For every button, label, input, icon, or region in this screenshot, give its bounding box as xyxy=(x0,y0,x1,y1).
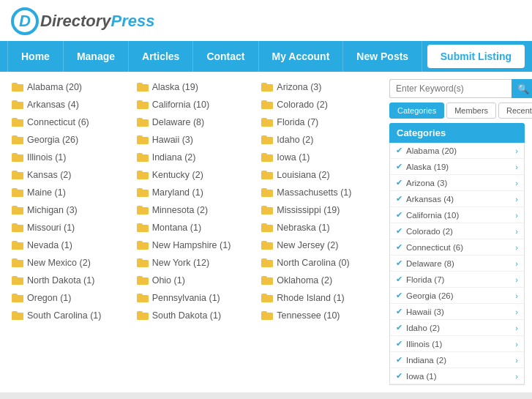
state-item[interactable]: Idaho (2) xyxy=(257,132,382,148)
state-item[interactable]: Colorado (2) xyxy=(257,97,382,113)
state-label: Missouri (1) xyxy=(27,223,75,233)
state-item[interactable]: Illinois (1) xyxy=(7,149,132,165)
state-item[interactable]: California (10) xyxy=(132,97,258,113)
arrow-icon: › xyxy=(515,227,518,236)
category-item[interactable]: ✔Idaho (2)› xyxy=(390,320,524,336)
category-item[interactable]: ✔Indiana (2)› xyxy=(390,352,524,368)
category-item[interactable]: ✔Alabama (20)› xyxy=(390,143,524,159)
sidebar: 🔍 Categories Members Recent Categories ✔… xyxy=(389,79,525,385)
category-item[interactable]: ✔California (10)› xyxy=(390,207,524,223)
state-item[interactable]: Alaska (19) xyxy=(132,79,258,95)
nav-my-account[interactable]: My Account xyxy=(259,41,344,72)
arrow-icon: › xyxy=(515,211,518,220)
state-item[interactable]: New York (12) xyxy=(132,255,258,271)
nav-manage[interactable]: Manage xyxy=(64,41,129,72)
state-item[interactable]: Connecticut (6) xyxy=(7,114,132,130)
state-item[interactable]: Georgia (26) xyxy=(7,132,132,148)
search-input[interactable] xyxy=(389,79,512,98)
folder-icon xyxy=(261,276,273,285)
state-label: Massachusetts (1) xyxy=(277,187,351,198)
state-item[interactable]: New Mexico (2) xyxy=(7,255,132,271)
state-item[interactable]: New Hampshire (1) xyxy=(132,237,258,253)
state-item[interactable]: New Jersey (2) xyxy=(257,237,382,253)
nav-articles[interactable]: Articles xyxy=(129,41,193,72)
state-item[interactable]: Montana (1) xyxy=(132,220,258,236)
state-item[interactable]: Florida (7) xyxy=(257,114,382,130)
state-label: Tennessee (10) xyxy=(277,310,340,321)
folder-icon xyxy=(12,241,23,250)
state-item[interactable]: Arizona (3) xyxy=(257,79,382,95)
state-item[interactable]: Iowa (1) xyxy=(257,149,382,165)
state-item[interactable]: North Carolina (0) xyxy=(257,255,382,271)
nav-home[interactable]: Home xyxy=(7,41,64,72)
state-item[interactable]: Kentucky (2) xyxy=(132,167,258,183)
category-item[interactable]: ✔Illinois (1)› xyxy=(390,336,524,352)
category-item[interactable]: ✔Florida (7)› xyxy=(390,272,524,288)
state-grid: Alabama (20)Alaska (19)Arizona (3)Arkans… xyxy=(7,79,382,324)
state-item[interactable]: Arkansas (4) xyxy=(7,97,132,113)
state-item[interactable]: Hawaii (3) xyxy=(132,132,258,148)
category-item[interactable]: ✔Georgia (26)› xyxy=(390,288,524,304)
category-item[interactable]: ✔Hawaii (3)› xyxy=(390,304,524,320)
tab-members[interactable]: Members xyxy=(446,102,496,119)
state-item[interactable]: Delaware (8) xyxy=(132,114,258,130)
state-item[interactable]: Rhode Island (1) xyxy=(257,290,382,306)
state-item[interactable]: Tennessee (10) xyxy=(257,307,382,324)
state-item[interactable]: Pennsylvania (1) xyxy=(132,290,258,306)
state-item[interactable]: Oklahoma (2) xyxy=(257,272,382,288)
check-icon: ✔ xyxy=(396,242,402,252)
folder-icon xyxy=(261,118,273,127)
arrow-icon: › xyxy=(515,243,518,252)
submit-listing-button[interactable]: Submit Listing xyxy=(427,45,525,68)
state-item[interactable]: Nebraska (1) xyxy=(257,220,382,236)
state-item[interactable]: Maryland (1) xyxy=(132,184,258,201)
state-item[interactable]: Mississippi (19) xyxy=(257,202,382,218)
search-button[interactable]: 🔍 xyxy=(512,79,532,98)
state-listings: Alabama (20)Alaska (19)Arizona (3)Arkans… xyxy=(7,79,382,385)
folder-icon xyxy=(12,135,23,144)
state-item[interactable]: Michigan (3) xyxy=(7,202,132,218)
state-item[interactable]: Maine (1) xyxy=(7,184,132,201)
category-item[interactable]: ✔Connecticut (6)› xyxy=(390,239,524,256)
category-item[interactable]: ✔Alaska (19)› xyxy=(390,159,524,175)
state-item[interactable]: Alabama (20) xyxy=(7,79,132,95)
category-item[interactable]: ✔Colorado (2)› xyxy=(390,223,524,239)
folder-icon xyxy=(12,100,23,109)
state-item[interactable]: Louisiana (2) xyxy=(257,167,382,183)
state-item[interactable]: Kansas (2) xyxy=(7,167,132,183)
state-label: New Mexico (2) xyxy=(27,258,91,268)
tab-categories[interactable]: Categories xyxy=(389,102,444,119)
state-item[interactable]: Ohio (1) xyxy=(132,272,258,288)
check-icon: ✔ xyxy=(396,307,402,316)
logo-circle: D xyxy=(11,7,39,35)
state-item[interactable]: North Dakota (1) xyxy=(7,272,132,288)
category-label: Idaho (2) xyxy=(406,324,440,332)
state-item[interactable]: Nevada (1) xyxy=(7,237,132,253)
state-label: Arizona (3) xyxy=(277,82,321,92)
folder-icon xyxy=(137,171,149,179)
state-label: New York (12) xyxy=(152,258,210,268)
category-item[interactable]: ✔Arkansas (4)› xyxy=(390,191,524,207)
state-item[interactable]: Minnesota (2) xyxy=(132,202,258,218)
state-item[interactable]: Massachusetts (1) xyxy=(257,184,382,201)
nav-contact[interactable]: Contact xyxy=(193,41,258,72)
state-item[interactable]: Indiana (2) xyxy=(132,149,258,165)
check-icon: ✔ xyxy=(396,258,402,268)
category-item[interactable]: ✔Arizona (3)› xyxy=(390,175,524,191)
state-label: New Jersey (2) xyxy=(277,240,338,250)
folder-icon xyxy=(261,223,273,232)
state-item[interactable]: Oregon (1) xyxy=(7,290,132,306)
state-item[interactable]: Missouri (1) xyxy=(7,220,132,236)
arrow-icon: › xyxy=(515,275,518,284)
tab-recent[interactable]: Recent xyxy=(498,102,532,119)
category-label: Georgia (26) xyxy=(406,291,454,300)
state-label: Minnesota (2) xyxy=(152,205,208,215)
nav-new-posts[interactable]: New Posts xyxy=(343,41,422,72)
state-item[interactable]: South Carolina (1) xyxy=(7,307,132,324)
folder-icon xyxy=(137,241,149,250)
category-item[interactable]: ✔Delaware (8)› xyxy=(390,256,524,272)
state-item[interactable]: South Dakota (1) xyxy=(132,307,258,324)
folder-icon xyxy=(137,276,149,285)
category-item[interactable]: ✔Iowa (1)› xyxy=(390,368,524,384)
check-icon: ✔ xyxy=(396,226,402,236)
